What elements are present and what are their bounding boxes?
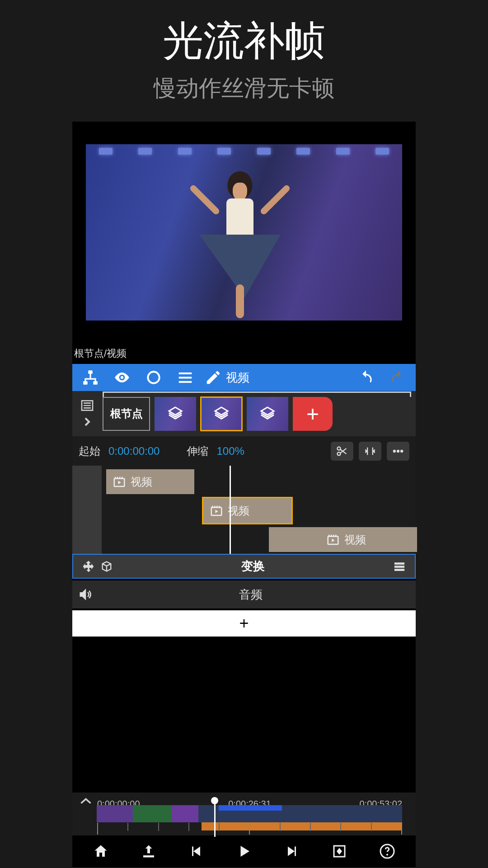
- step-back-button[interactable]: [183, 838, 210, 865]
- scale-label: 伸缩: [187, 444, 208, 458]
- timeline-tracks[interactable]: 视频 视频 视频: [72, 466, 416, 554]
- clip-thumb-1[interactable]: [155, 397, 196, 431]
- menu-icon[interactable]: [390, 560, 408, 573]
- scale-value[interactable]: 100%: [216, 445, 244, 458]
- svg-rect-7: [179, 381, 192, 383]
- expand-timeline-button[interactable]: [77, 794, 95, 808]
- svg-point-12: [397, 450, 399, 452]
- visibility-icon[interactable]: [108, 364, 136, 391]
- audio-title: 音频: [92, 587, 409, 603]
- video-clip-icon: [326, 533, 340, 547]
- home-icon: [93, 843, 109, 859]
- list-icon: [80, 398, 94, 413]
- transform-bar[interactable]: 变换: [72, 554, 416, 579]
- transform-title: 变换: [116, 558, 390, 574]
- mini-playhead[interactable]: [214, 801, 216, 837]
- page-title: 光流补帧: [0, 0, 488, 69]
- mini-timeline[interactable]: 0:00:00:00 0:00:26:31 0:00:53:02: [72, 793, 416, 835]
- export-button[interactable]: [135, 838, 162, 865]
- strip-ruler: [103, 392, 411, 393]
- track-clip-3[interactable]: 视频: [269, 527, 417, 552]
- keyframe-button[interactable]: [326, 838, 353, 865]
- clip-strip: 根节点 +: [72, 391, 416, 436]
- clip-thumb-2[interactable]: [201, 397, 242, 431]
- cut-button[interactable]: [331, 442, 353, 461]
- move-icon[interactable]: [80, 560, 98, 573]
- strip-side-toggle[interactable]: [72, 393, 102, 434]
- track-clip-1[interactable]: 视频: [106, 469, 194, 494]
- clip-properties-bar: 起始 0:00:00:00 伸缩 100%: [72, 436, 416, 466]
- video-preview[interactable]: [72, 122, 416, 343]
- layers-icon: [168, 406, 183, 421]
- clip-thumb-3[interactable]: [247, 397, 288, 431]
- svg-point-22: [386, 854, 388, 856]
- keyframe-icon: [331, 843, 347, 859]
- svg-rect-19: [395, 569, 404, 571]
- svg-rect-17: [395, 562, 404, 564]
- start-label: 起始: [79, 444, 100, 458]
- speaker-icon: [79, 588, 92, 601]
- menu-icon[interactable]: [172, 364, 199, 391]
- play-icon: [236, 843, 252, 859]
- step-back-icon: [188, 843, 204, 859]
- more-icon: [392, 445, 404, 458]
- breadcrumb[interactable]: 根节点/视频: [72, 343, 416, 364]
- scissors-icon: [336, 445, 348, 458]
- export-icon: [141, 843, 157, 859]
- chevron-right-icon: [80, 415, 94, 429]
- add-track-button[interactable]: +: [72, 610, 416, 637]
- layers-icon: [260, 406, 275, 421]
- svg-point-13: [401, 450, 403, 452]
- hierarchy-icon[interactable]: [77, 364, 104, 391]
- root-node-button[interactable]: 根节点: [103, 397, 150, 431]
- bottom-nav: [72, 835, 416, 867]
- trim-icon: [364, 445, 376, 458]
- svg-point-3: [121, 376, 123, 379]
- svg-rect-5: [179, 373, 192, 374]
- preview-frame: [86, 144, 402, 321]
- circle-icon[interactable]: [140, 364, 167, 391]
- svg-rect-1: [83, 381, 88, 385]
- step-forward-icon: [284, 843, 300, 859]
- editor-panel: 根节点/视频 视频: [72, 122, 416, 867]
- playhead[interactable]: [230, 466, 231, 554]
- pencil-icon[interactable]: [203, 364, 223, 391]
- svg-rect-0: [88, 370, 93, 374]
- start-value[interactable]: 0:00:00:00: [108, 445, 160, 458]
- page-subtitle: 慢动作丝滑无卡顿: [0, 73, 488, 104]
- play-button[interactable]: [230, 838, 258, 865]
- svg-point-4: [148, 372, 159, 383]
- track-clip-2[interactable]: 视频: [203, 498, 291, 523]
- layers-icon: [214, 406, 229, 421]
- audio-bar[interactable]: 音频: [72, 580, 416, 609]
- main-toolbar: 视频: [72, 364, 416, 391]
- chevron-up-icon: [80, 797, 92, 805]
- dancer-figure: [199, 158, 281, 321]
- cube-icon[interactable]: [98, 560, 116, 573]
- step-forward-button[interactable]: [278, 838, 305, 865]
- video-clip-icon: [210, 504, 223, 518]
- undo-icon[interactable]: [352, 364, 380, 391]
- svg-rect-18: [395, 566, 404, 567]
- track-label: 视频: [131, 475, 152, 489]
- edit-mode-label: 视频: [226, 370, 249, 386]
- add-clip-button[interactable]: +: [293, 397, 333, 431]
- redo-icon[interactable]: [384, 364, 411, 391]
- more-button[interactable]: [387, 442, 409, 461]
- svg-rect-2: [93, 381, 98, 385]
- video-clip-icon: [113, 475, 126, 489]
- svg-point-11: [393, 450, 395, 452]
- help-button[interactable]: [374, 838, 401, 865]
- empty-area: [72, 637, 416, 793]
- help-icon: [379, 843, 395, 859]
- track-label: 视频: [228, 504, 249, 518]
- svg-rect-6: [179, 377, 192, 378]
- track-label: 视频: [344, 533, 366, 547]
- trim-button[interactable]: [359, 442, 381, 461]
- home-button[interactable]: [87, 838, 114, 865]
